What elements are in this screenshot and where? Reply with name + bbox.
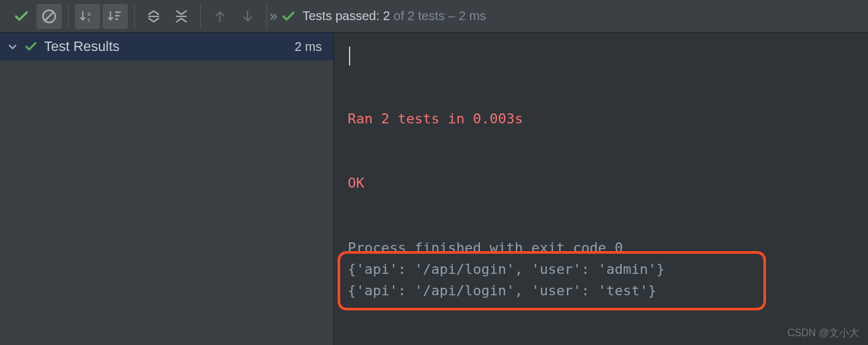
collapse-all-button[interactable]: [169, 4, 194, 29]
test-toolbar: az » Tests passed: 2 of 2 tests – 2 ms: [0, 0, 868, 33]
sort-duration-button[interactable]: [103, 4, 128, 29]
tree-root-duration: 2 ms: [295, 40, 326, 54]
show-passed-button[interactable]: [9, 4, 34, 29]
console-ran-line: Ran 2 tests in 0.003s: [348, 108, 854, 130]
status-count: 2: [383, 9, 390, 23]
svg-text:a: a: [88, 10, 91, 16]
test-tree[interactable]: Test Results 2 ms: [0, 33, 334, 345]
svg-text:z: z: [88, 16, 91, 23]
highlight-box: [338, 251, 766, 310]
chevron-down-icon: [8, 42, 18, 52]
status-duration: – 2 ms: [448, 9, 486, 23]
next-failed-button: [235, 4, 260, 29]
tree-root-label: Test Results: [44, 38, 120, 55]
sort-alpha-button[interactable]: az: [75, 4, 100, 29]
expand-toolbar-icon[interactable]: »: [270, 8, 271, 25]
show-ignored-button[interactable]: [37, 4, 62, 29]
tree-root-row[interactable]: Test Results 2 ms: [0, 33, 333, 60]
watermark: CSDN @文小大: [787, 327, 859, 340]
expand-all-button[interactable]: [141, 4, 166, 29]
check-icon: [281, 9, 296, 24]
text-cursor: [349, 47, 350, 65]
test-console[interactable]: Ran 2 tests in 0.003s OK Process finishe…: [334, 33, 868, 345]
svg-line-1: [45, 12, 54, 20]
status-prefix: Tests passed:: [302, 9, 379, 23]
console-ok-line: OK: [348, 172, 854, 194]
prev-failed-button: [207, 4, 232, 29]
check-icon: [24, 40, 38, 54]
status-total: of 2 tests: [394, 9, 445, 23]
test-status: Tests passed: 2 of 2 tests – 2 ms: [281, 9, 486, 24]
